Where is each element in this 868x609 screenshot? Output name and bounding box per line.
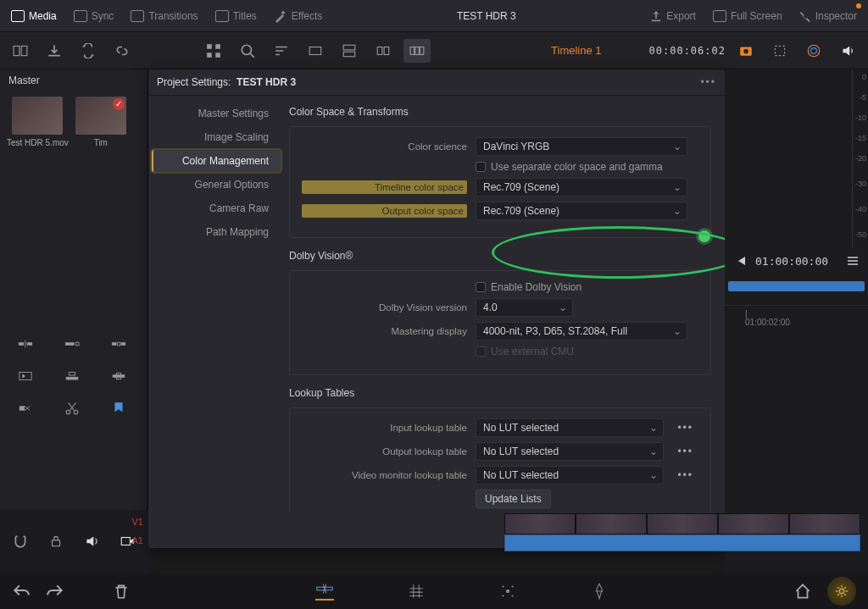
tab-transitions[interactable]: Transitions	[126, 8, 202, 25]
lock-btn[interactable]	[42, 529, 70, 553]
svg-point-42	[511, 595, 513, 596]
clip-thumb[interactable]: Tim	[75, 97, 126, 147]
layout-btn-1[interactable]	[7, 39, 34, 63]
timeline-name[interactable]: Timeline 1	[551, 44, 601, 57]
edit-page-icon[interactable]	[407, 582, 426, 601]
view-1-btn[interactable]	[302, 39, 329, 63]
svg-point-41	[502, 595, 504, 596]
tab-titles[interactable]: Titles	[211, 8, 261, 25]
checkbox-icon	[476, 346, 486, 357]
close-up-btn[interactable]	[8, 364, 42, 388]
transition-btn[interactable]	[8, 396, 42, 420]
a1-label[interactable]: A1	[132, 535, 143, 545]
dolby-version-label: Dolby Vision version	[302, 302, 467, 313]
view-4-btn[interactable]	[403, 39, 431, 63]
deliver-page-icon[interactable]	[590, 582, 609, 601]
sidebar-item-path-mapping[interactable]: Path Mapping	[152, 221, 281, 243]
project-title: TEST HDR 3	[457, 10, 516, 22]
enable-dolby-checkbox[interactable]: Enable Dolby Vision	[476, 281, 581, 293]
search-btn[interactable]	[234, 39, 261, 63]
chevron-down-icon: ⌄	[673, 325, 682, 337]
audio-btn[interactable]	[78, 529, 105, 553]
monitor-lut-more-button[interactable]: •••	[672, 469, 698, 481]
sidebar-item-image-scaling[interactable]: Image Scaling	[152, 126, 281, 148]
svg-point-6	[242, 45, 251, 54]
section-title-luts: Lookup Tables	[289, 387, 711, 399]
tab-media[interactable]: Media	[7, 8, 61, 25]
cut-btn[interactable]	[55, 396, 89, 420]
svg-rect-24	[112, 342, 116, 346]
svg-point-43	[839, 589, 843, 593]
titles-icon	[215, 10, 229, 22]
sort-btn[interactable]	[268, 39, 295, 63]
timeline-ruler[interactable]: | 01:00:02:00	[725, 305, 868, 330]
speaker-btn[interactable]	[834, 39, 861, 63]
monitor-lut-select[interactable]: No LUT selected ⌄	[476, 466, 664, 484]
home-button[interactable]	[793, 582, 812, 601]
color-btn[interactable]	[800, 39, 827, 63]
svg-rect-12	[410, 47, 415, 54]
link-btn[interactable]	[108, 39, 136, 63]
timeline-timecode[interactable]: 01:00:00:00	[755, 255, 828, 268]
update-lists-button[interactable]: Update Lists	[476, 490, 551, 508]
export-button[interactable]: Export	[646, 8, 700, 25]
svg-point-33	[66, 410, 70, 414]
sidebar-item-camera-raw[interactable]: Camera Raw	[152, 197, 281, 219]
place-on-top-btn[interactable]	[55, 364, 89, 388]
smart-insert-btn[interactable]	[8, 332, 42, 356]
trash-button[interactable]	[112, 582, 131, 601]
tab-sync[interactable]: Sync	[70, 8, 119, 25]
viewer-timecode[interactable]: 00:00:06:02	[649, 45, 726, 57]
output-cs-select[interactable]: Rec.709 (Scene) ⌄	[476, 202, 687, 220]
input-lut-select[interactable]: No LUT selected ⌄	[476, 418, 664, 437]
inspector-button[interactable]: Inspector	[795, 8, 861, 25]
timeline-scroll[interactable]	[728, 281, 865, 291]
fullscreen-icon	[713, 10, 726, 22]
redo-button[interactable]	[46, 582, 64, 601]
project-settings-button[interactable]	[827, 577, 856, 606]
source-overwrite-btn[interactable]	[102, 364, 136, 388]
color-science-select[interactable]: DaVinci YRGB ⌄	[476, 137, 687, 156]
dialog-header: Project Settings: TEST HDR 3 •••	[148, 69, 725, 96]
sidebar-item-master[interactable]: Master Settings	[152, 102, 281, 125]
sidebar-item-general[interactable]: General Options	[152, 174, 281, 196]
import-btn[interactable]	[41, 39, 68, 63]
output-lut-select[interactable]: No LUT selected ⌄	[476, 442, 664, 461]
settings-sidebar: Master Settings Image Scaling Color Mana…	[148, 96, 284, 512]
ripple-btn[interactable]	[102, 332, 136, 356]
append-btn[interactable]	[55, 332, 89, 356]
timeline-cs-select[interactable]: Rec.709 (Scene) ⌄	[476, 178, 687, 197]
fusion-page-icon[interactable]	[498, 582, 517, 601]
goto-start-icon[interactable]	[733, 254, 747, 268]
undo-button[interactable]	[12, 582, 31, 601]
input-lut-more-button[interactable]: •••	[672, 422, 698, 434]
thumb-view-btn[interactable]	[200, 39, 227, 63]
tools-btn[interactable]	[766, 39, 793, 63]
menu-icon[interactable]	[846, 254, 860, 268]
v1-label[interactable]: V1	[132, 517, 143, 527]
view-3-btn[interactable]	[370, 39, 397, 63]
checkbox-icon	[476, 282, 486, 292]
dolby-version-select[interactable]: 4.0 ⌄	[476, 298, 573, 317]
clip-label: Test HDR 5.mov	[7, 138, 69, 147]
snap-btn[interactable]	[7, 529, 34, 553]
dialog-menu-button[interactable]: •••	[700, 76, 716, 88]
timeline-clips[interactable]	[504, 513, 860, 556]
syncbin-btn[interactable]	[75, 39, 102, 63]
svg-point-38	[506, 590, 509, 593]
sidebar-item-color-management[interactable]: Color Management	[152, 150, 281, 172]
marker-btn[interactable]	[102, 396, 136, 420]
output-lut-more-button[interactable]: •••	[672, 446, 698, 457]
cut-page-icon[interactable]	[315, 582, 334, 601]
snapshot-btn[interactable]	[732, 39, 760, 63]
tab-effects[interactable]: Effects	[270, 7, 326, 25]
svg-rect-10	[377, 47, 382, 54]
mastering-display-select[interactable]: 4000-nit, P3, D65, ST.2084, Full ⌄	[476, 322, 687, 340]
view-2-btn[interactable]	[336, 39, 363, 63]
fullscreen-button[interactable]: Full Screen	[709, 8, 787, 25]
svg-rect-29	[69, 373, 75, 376]
media-pool-header[interactable]: Master	[0, 69, 147, 91]
tab-label: Effects	[292, 10, 322, 22]
clip-thumb[interactable]: Test HDR 5.mov	[7, 97, 69, 147]
use-separate-checkbox[interactable]: Use separate color space and gamma	[476, 161, 663, 173]
